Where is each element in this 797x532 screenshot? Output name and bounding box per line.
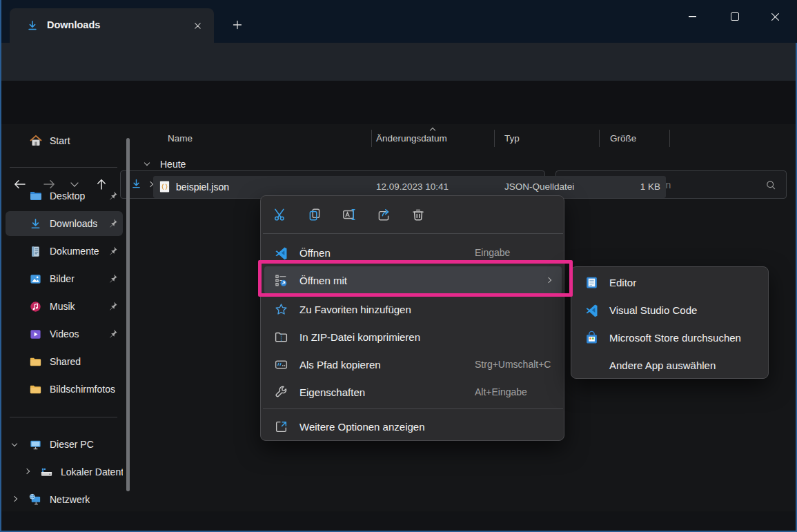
menu-item-weitere-optionen[interactable]: Weitere Optionen anzeigen — [264, 413, 562, 440]
sidebar-item-label: Musik — [50, 301, 75, 312]
column-header-modified[interactable]: Änderungsdatum — [376, 133, 447, 144]
sidebar-item-desktop[interactable]: Desktop — [6, 184, 123, 208]
file-name: beispiel.json — [176, 181, 229, 193]
sidebar-item-musik[interactable]: Musik — [6, 294, 123, 319]
star-icon — [272, 302, 290, 317]
plus-icon — [233, 20, 242, 30]
chevron-down-icon[interactable] — [12, 441, 17, 446]
tab-title: Downloads — [47, 19, 100, 30]
menu-item-label: Eigenschaften — [299, 386, 365, 398]
pin-icon — [108, 328, 118, 342]
minimize-button[interactable] — [677, 3, 707, 30]
close-icon — [194, 22, 201, 30]
submenu-item-label: Editor — [609, 277, 636, 288]
notepad-icon — [583, 275, 600, 290]
music-icon — [29, 299, 43, 313]
cut-icon — [273, 207, 288, 222]
open-with-submenu: Editor Visual Studio Code Microsoft Stor… — [571, 266, 769, 379]
column-header-type[interactable]: Typ — [504, 133, 520, 144]
menu-separator — [263, 408, 563, 409]
network-icon — [29, 493, 43, 506]
delete-button[interactable] — [404, 201, 432, 228]
store-icon — [583, 331, 600, 345]
copy-icon — [307, 207, 322, 222]
sidebar-item-downloads[interactable]: Downloads — [6, 211, 123, 236]
close-button[interactable] — [760, 3, 790, 30]
menu-item-zip-komprimieren[interactable]: In ZIP-Datei komprimieren — [264, 323, 562, 351]
sidebar-item-dieser-pc[interactable]: Dieser PC — [6, 432, 123, 457]
pc-icon — [29, 437, 43, 451]
menu-item-label: Öffnen — [299, 247, 331, 259]
column-separator[interactable] — [669, 130, 670, 147]
sidebar-item-videos[interactable]: Videos — [6, 322, 123, 346]
submenu-item-ms-store[interactable]: Microsoft Store durchsuchen — [575, 324, 766, 351]
rename-button[interactable] — [335, 201, 363, 228]
vscode-icon — [583, 303, 600, 317]
rename-icon — [342, 207, 357, 222]
breadcrumb-chevron-icon — [148, 181, 153, 187]
submenu-item-vscode[interactable]: Visual Studio Code — [575, 296, 766, 324]
pin-icon — [108, 246, 118, 259]
close-icon — [771, 12, 780, 21]
menu-item-shortcut: Alt+Eingabe — [475, 386, 527, 397]
chevron-right-icon[interactable] — [12, 496, 17, 502]
sidebar-item-label: Bilder — [50, 273, 75, 284]
sidebar-divider — [10, 417, 117, 417]
zip-folder-icon — [272, 330, 290, 344]
tab-downloads[interactable]: Downloads — [10, 8, 214, 43]
menu-item-als-pfad-kopieren[interactable]: Als Pfad kopieren Strg+Umschalt+C — [264, 351, 562, 378]
new-tab-button[interactable] — [228, 16, 246, 34]
sidebar-item-shared[interactable]: Shared — [6, 349, 123, 374]
drive-icon — [40, 465, 54, 479]
sidebar-item-label: Desktop — [50, 190, 85, 201]
search-icon[interactable] — [765, 179, 776, 193]
column-header-name[interactable]: Name — [168, 133, 193, 144]
sidebar-item-label: Downloads — [50, 218, 97, 229]
status-bar: 1 Element | 1 Element ausgewählt (85 Byt… — [0, 511, 797, 532]
sidebar-item-bilder[interactable]: Bilder — [6, 266, 123, 291]
sidebar-item-label: Dieser PC — [50, 439, 94, 450]
annotation-highlight-box — [258, 260, 573, 297]
sort-ascending-icon — [430, 128, 435, 133]
file-type: JSON-Quelldatei — [504, 181, 574, 192]
column-separator[interactable] — [599, 130, 600, 147]
vscode-icon — [272, 246, 290, 260]
sidebar-item-bildschirmfotos[interactable]: Bildschirmfotos — [6, 377, 123, 402]
column-separator[interactable] — [371, 130, 372, 147]
menu-item-eigenschaften[interactable]: Eigenschaften Alt+Eingabe — [264, 378, 562, 406]
chevron-right-icon[interactable] — [24, 469, 30, 474]
menu-item-label: Zu Favoriten hinzufügen — [299, 304, 411, 315]
column-separator[interactable] — [494, 130, 495, 147]
group-collapse-chevron-icon[interactable] — [144, 160, 150, 166]
json-file-icon — [159, 180, 170, 196]
sidebar-divider — [10, 167, 117, 168]
folder-desktop-icon — [29, 189, 43, 203]
sidebar-item-label: Dokumente — [50, 246, 99, 257]
pictures-icon — [29, 272, 43, 286]
wrench-icon — [272, 385, 290, 400]
pin-icon — [108, 218, 118, 231]
sidebar-item-lokaler-datentraeger[interactable]: Lokaler Datent — [6, 460, 123, 484]
sidebar-scrollbar[interactable] — [126, 138, 130, 491]
sidebar-item-label: Shared — [50, 356, 81, 367]
menu-item-zu-favoriten[interactable]: Zu Favoriten hinzufügen — [264, 295, 562, 323]
menu-separator — [263, 233, 563, 234]
titlebar: Downloads — [0, 0, 797, 43]
minimize-icon — [689, 16, 696, 17]
sidebar-item-netzwerk[interactable]: Netzwerk — [6, 487, 123, 512]
sidebar-item-dokumente[interactable]: Dokumente — [6, 239, 123, 264]
share-button[interactable] — [370, 201, 397, 228]
maximize-button[interactable] — [720, 3, 750, 30]
column-header-size[interactable]: Größe — [610, 133, 636, 144]
copy-button[interactable] — [301, 201, 328, 228]
tab-close-button[interactable] — [189, 17, 206, 34]
sidebar-item-start[interactable]: Start — [6, 128, 123, 153]
cut-button[interactable] — [266, 201, 294, 228]
group-header[interactable]: Heute — [160, 159, 186, 170]
sidebar-item-label: Lokaler Datent — [61, 466, 123, 477]
submenu-item-label: Andere App auswählen — [609, 359, 716, 371]
menu-item-label: In ZIP-Datei komprimieren — [299, 331, 420, 343]
submenu-item-andere-app[interactable]: Andere App auswählen — [575, 351, 766, 379]
submenu-item-editor[interactable]: Editor — [575, 268, 766, 296]
sidebar-item-label: Start — [50, 135, 70, 146]
